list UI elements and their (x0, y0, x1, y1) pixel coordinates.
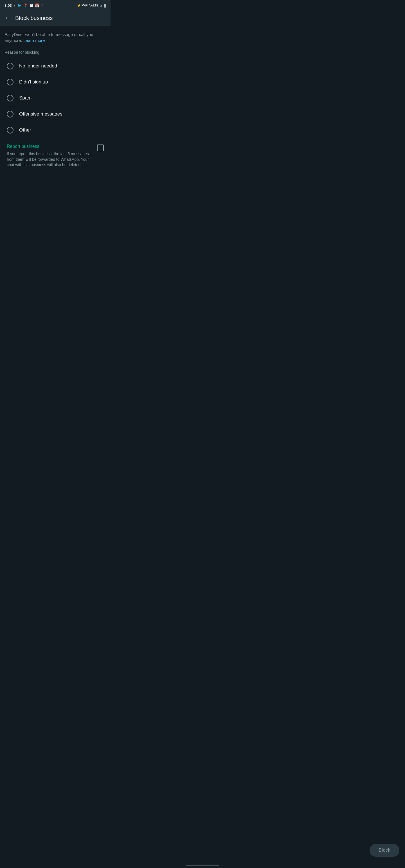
location-icon: 📍 (23, 3, 28, 8)
lte-icon: VoLTE (89, 4, 98, 7)
page-title: Block business (15, 15, 53, 21)
status-bar: 3:03 ♪ 🐦 📍 🖼 📅 ⠿ ⚡ WiFi VoLTE ▲ ▓ (0, 0, 111, 10)
report-title: Report business (7, 144, 94, 149)
battery-icon: ▓ (104, 4, 106, 7)
learn-more-link[interactable]: Learn more (23, 38, 45, 43)
radio-circle-offensive-messages (7, 111, 13, 118)
main-content: EazyDiner won't be able to message or ca… (0, 26, 111, 177)
radio-option-offensive-messages[interactable]: Offensive messages (4, 106, 106, 122)
radio-circle-no-longer-needed (7, 63, 13, 69)
radio-label-spam: Spam (19, 95, 31, 101)
top-bar: ← Block business (0, 10, 111, 26)
signal-icon: ▲ (99, 4, 103, 7)
reason-section-label: Reason for blocking: (4, 50, 106, 55)
radio-label-other: Other (19, 127, 31, 133)
notice-main-text: EazyDiner won't be able to message or ca… (4, 32, 93, 43)
report-description: If you report this business, the last 5 … (7, 151, 94, 168)
radio-option-no-longer-needed[interactable]: No longer needed (4, 58, 106, 74)
twitter-icon: 🐦 (17, 3, 22, 8)
dots-icon: ⠿ (41, 3, 44, 8)
radio-circle-other (7, 127, 13, 133)
gallery-icon: 🖼 (30, 3, 33, 8)
radio-circle-spam (7, 95, 13, 101)
radio-label-didnt-sign-up: Didn't sign up (19, 79, 48, 85)
radio-label-offensive-messages: Offensive messages (19, 111, 62, 117)
radio-label-no-longer-needed: No longer needed (19, 63, 57, 69)
radio-option-didnt-sign-up[interactable]: Didn't sign up (4, 74, 106, 90)
bluetooth-icon: ⚡ (77, 4, 81, 7)
notice-text: EazyDiner won't be able to message or ca… (4, 31, 106, 43)
status-left: 3:03 ♪ 🐦 📍 🖼 📅 ⠿ (4, 3, 44, 8)
report-checkbox[interactable] (97, 145, 104, 151)
report-content: Report business If you report this busin… (7, 144, 94, 168)
status-right-icons: ⚡ WiFi VoLTE ▲ ▓ (77, 4, 106, 7)
music-icon: ♪ (13, 3, 16, 8)
radio-option-other[interactable]: Other (4, 122, 106, 138)
back-button[interactable]: ← (4, 14, 11, 22)
radio-option-spam[interactable]: Spam (4, 90, 106, 106)
radio-circle-didnt-sign-up (7, 79, 13, 86)
status-time: 3:03 (4, 3, 12, 8)
report-section: Report business If you report this busin… (4, 138, 106, 172)
calendar-icon: 📅 (35, 3, 39, 8)
wifi-icon: WiFi (82, 4, 88, 7)
